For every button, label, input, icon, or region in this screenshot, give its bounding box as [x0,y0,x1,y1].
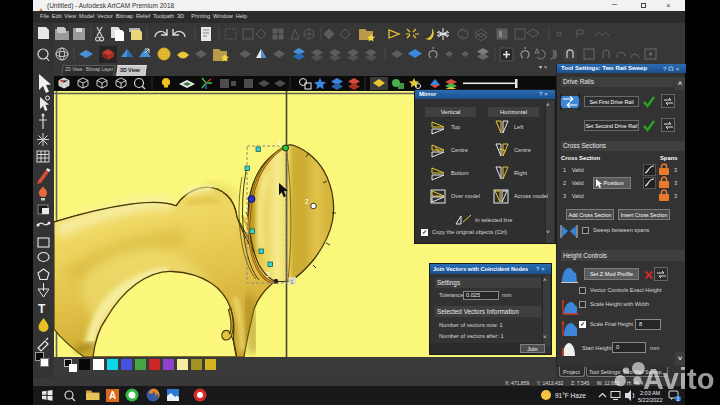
svg-text:1: 1 [278,140,282,147]
svg-text:2: 2 [305,198,309,205]
svg-text:T: T [38,302,46,316]
svg-text:1: 1 [291,279,294,285]
svg-text:2: 2 [244,204,248,211]
svg-text:A: A [109,390,116,401]
svg-text:3: 3 [266,271,270,278]
svg-text:Avito: Avito [643,363,714,395]
